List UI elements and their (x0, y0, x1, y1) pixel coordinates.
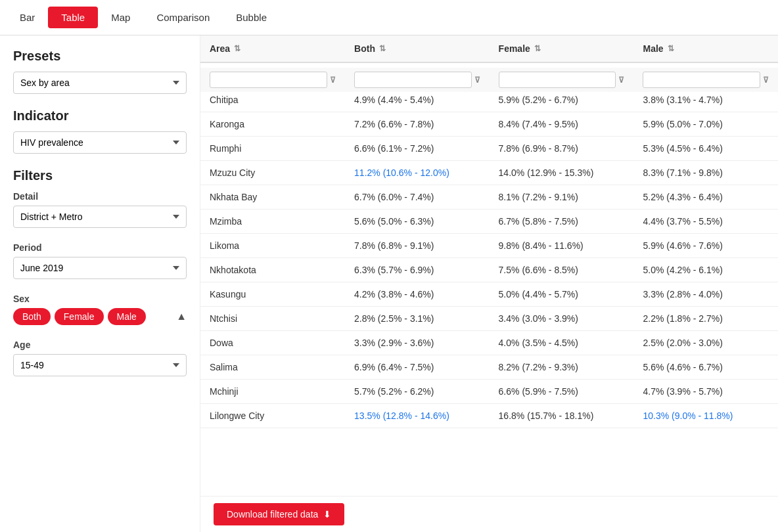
cell-both: 3.3% (2.9% - 3.6%) (345, 331, 490, 355)
filter-both: ⊽ (345, 67, 490, 93)
col-female-sort-icon[interactable]: ⇅ (534, 44, 541, 53)
col-header-female: Female ⇅ (490, 35, 634, 62)
cell-female: 8.1% (7.2% - 9.1%) (490, 185, 634, 210)
cell-both: 2.8% (2.5% - 3.1%) (345, 307, 490, 331)
filters-label: Filters (13, 168, 187, 183)
cell-both: 6.9% (6.4% - 7.5%) (345, 355, 490, 380)
table-filter-row: ⊽ ⊽ ⊽ (200, 62, 778, 88)
col-header-male: Male ⇅ (633, 35, 778, 62)
period-label: Period (13, 242, 187, 253)
tab-table[interactable]: Table (48, 7, 98, 28)
table-header-row: Area ⇅ Both ⇅ Female (200, 35, 778, 62)
cell-both: 5.6% (5.0% - 6.3%) (345, 210, 490, 234)
filter-area-input[interactable] (210, 72, 327, 88)
table-row: Mchinji5.7% (5.2% - 6.2%)6.6% (5.9% - 7.… (200, 380, 778, 404)
filter-male-icon[interactable]: ⊽ (763, 76, 769, 85)
table-row: Kasungu4.2% (3.8% - 4.6%)5.0% (4.4% - 5.… (200, 282, 778, 307)
cell-area: Mchinji (200, 380, 345, 404)
cell-female: 3.4% (3.0% - 3.9%) (490, 307, 634, 331)
cell-both: 13.5% (12.8% - 14.6%) (345, 404, 490, 428)
chip-both[interactable]: Both (13, 308, 51, 325)
cell-female: 5.0% (4.4% - 5.7%) (490, 282, 634, 307)
indicator-select[interactable]: HIV prevalence (13, 131, 187, 154)
cell-both: 11.2% (10.6% - 12.0%) (345, 161, 490, 185)
cell-male: 8.3% (7.1% - 9.8%) (633, 161, 778, 185)
cell-male: 4.7% (3.9% - 5.7%) (633, 380, 778, 404)
detail-label: Detail (13, 191, 187, 202)
sidebar: Presets Sex by area Indicator HIV preval… (0, 35, 200, 532)
cell-female: 8.4% (7.4% - 9.5%) (490, 112, 634, 137)
table-row: Ntchisi2.8% (2.5% - 3.1%)3.4% (3.0% - 3.… (200, 307, 778, 331)
cell-area: Mzuzu City (200, 161, 345, 185)
cell-area: Kasungu (200, 282, 345, 307)
filter-female: ⊽ (490, 67, 634, 93)
download-icon: ⬇ (323, 509, 331, 520)
indicator-block: Indicator HIV prevalence (13, 108, 187, 154)
sex-block: Sex Both Female Male ▲ (13, 294, 187, 325)
table-row: Nkhotakota6.3% (5.7% - 6.9%)7.5% (6.6% -… (200, 258, 778, 282)
cell-area: Nkhata Bay (200, 185, 345, 210)
table-row: Lilongwe City13.5% (12.8% - 14.6%)16.8% … (200, 404, 778, 428)
indicator-label: Indicator (13, 108, 187, 123)
table-row: Dowa3.3% (2.9% - 3.6%)4.0% (3.5% - 4.5%)… (200, 331, 778, 355)
filter-female-input[interactable] (499, 72, 616, 88)
filter-both-input[interactable] (354, 72, 472, 88)
col-female-label: Female (499, 43, 530, 54)
cell-male: 5.0% (4.2% - 6.1%) (633, 258, 778, 282)
sex-chips-arrow[interactable]: ▲ (176, 311, 187, 322)
cell-female: 14.0% (12.9% - 15.3%) (490, 161, 634, 185)
age-select[interactable]: 15-49 (13, 354, 187, 376)
filter-female-icon[interactable]: ⊽ (618, 76, 624, 85)
filter-area-icon[interactable]: ⊽ (330, 76, 336, 85)
tab-map[interactable]: Map (98, 7, 143, 28)
filter-area: ⊽ (200, 67, 345, 93)
detail-select[interactable]: District + Metro (13, 206, 187, 228)
tab-bubble[interactable]: Bubble (223, 7, 280, 28)
cell-male: 5.6% (4.6% - 6.7%) (633, 355, 778, 380)
cell-area: Lilongwe City (200, 404, 345, 428)
tab-bar[interactable]: Bar (7, 7, 48, 28)
cell-both: 6.7% (6.0% - 7.4%) (345, 185, 490, 210)
cell-female: 8.2% (7.2% - 9.3%) (490, 355, 634, 380)
cell-male: 5.9% (4.6% - 7.6%) (633, 234, 778, 258)
cell-male: 5.9% (5.0% - 7.0%) (633, 112, 778, 137)
download-label: Download filtered data (227, 509, 318, 520)
presets-select[interactable]: Sex by area (13, 72, 187, 94)
table-area: Area ⇅ Both ⇅ Female (200, 35, 778, 532)
cell-both: 7.2% (6.6% - 7.8%) (345, 112, 490, 137)
tab-comparison[interactable]: Comparison (143, 7, 223, 28)
period-block: Period June 2019 (13, 242, 187, 279)
table-body: Chitipa4.9% (4.4% - 5.4%)5.9% (5.2% - 6.… (200, 88, 778, 428)
cell-area: Karonga (200, 112, 345, 137)
sex-chips-container: Both Female Male ▲ (13, 308, 187, 325)
cell-male: 5.3% (4.5% - 6.4%) (633, 137, 778, 161)
cell-both: 6.3% (5.7% - 6.9%) (345, 258, 490, 282)
cell-both: 4.2% (3.8% - 4.6%) (345, 282, 490, 307)
col-both-sort-icon[interactable]: ⇅ (379, 44, 386, 53)
col-area-sort-icon[interactable]: ⇅ (234, 44, 240, 53)
table-wrapper[interactable]: Area ⇅ Both ⇅ Female (200, 35, 778, 496)
col-male-label: Male (643, 43, 663, 54)
table-row: Mzimba5.6% (5.0% - 6.3%)6.7% (5.8% - 7.5… (200, 210, 778, 234)
chip-male[interactable]: Male (108, 308, 146, 325)
download-button[interactable]: Download filtered data ⬇ (214, 503, 344, 525)
col-both-label: Both (354, 43, 375, 54)
cell-male: 4.4% (3.7% - 5.5%) (633, 210, 778, 234)
cell-area: Salima (200, 355, 345, 380)
cell-area: Nkhotakota (200, 258, 345, 282)
period-select[interactable]: June 2019 (13, 257, 187, 279)
cell-female: 7.5% (6.6% - 8.5%) (490, 258, 634, 282)
cell-female: 7.8% (6.9% - 8.7%) (490, 137, 634, 161)
chip-female[interactable]: Female (55, 308, 104, 325)
cell-area: Likoma (200, 234, 345, 258)
cell-male: 2.2% (1.8% - 2.7%) (633, 307, 778, 331)
table-row: Likoma7.8% (6.8% - 9.1%)9.8% (8.4% - 11.… (200, 234, 778, 258)
data-table: Area ⇅ Both ⇅ Female (200, 35, 778, 428)
cell-both: 6.6% (6.1% - 7.2%) (345, 137, 490, 161)
presets-block: Presets Sex by area (13, 49, 187, 94)
cell-female: 6.6% (5.9% - 7.5%) (490, 380, 634, 404)
filter-both-icon[interactable]: ⊽ (474, 76, 480, 85)
cell-male: 10.3% (9.0% - 11.8%) (633, 404, 778, 428)
col-male-sort-icon[interactable]: ⇅ (668, 44, 674, 53)
filter-male-input[interactable] (643, 72, 760, 88)
